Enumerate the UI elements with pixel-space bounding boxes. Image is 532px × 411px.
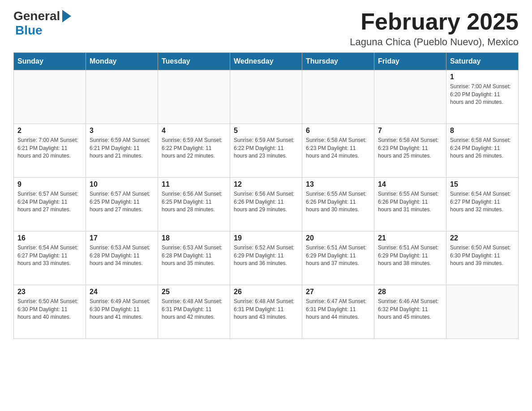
day-number: 15	[450, 180, 515, 188]
header-sunday: Sunday	[14, 53, 86, 70]
day-info: Sunrise: 6:59 AM Sunset: 6:21 PM Dayligh…	[90, 137, 154, 160]
day-number: 18	[162, 234, 226, 242]
day-info: Sunrise: 6:55 AM Sunset: 6:26 PM Dayligh…	[378, 190, 442, 214]
week-row-4: 16Sunrise: 6:54 AM Sunset: 6:27 PM Dayli…	[14, 231, 519, 285]
day-number: 26	[234, 288, 298, 296]
day-number: 10	[90, 180, 154, 188]
day-info: Sunrise: 6:46 AM Sunset: 6:32 PM Dayligh…	[378, 298, 442, 321]
calendar-cell: 17Sunrise: 6:53 AM Sunset: 6:28 PM Dayli…	[86, 231, 158, 285]
day-number: 3	[90, 127, 154, 135]
calendar-cell	[230, 70, 302, 124]
day-info: Sunrise: 6:50 AM Sunset: 6:30 PM Dayligh…	[17, 298, 82, 321]
calendar-cell: 28Sunrise: 6:46 AM Sunset: 6:32 PM Dayli…	[374, 285, 446, 339]
day-number: 24	[90, 288, 154, 296]
day-info: Sunrise: 6:50 AM Sunset: 6:30 PM Dayligh…	[450, 244, 515, 267]
svg-marker-0	[62, 10, 71, 22]
day-number: 21	[378, 234, 442, 242]
day-number: 6	[306, 127, 370, 135]
day-info: Sunrise: 6:56 AM Sunset: 6:26 PM Dayligh…	[234, 190, 298, 214]
month-title: February 2025	[350, 9, 519, 34]
day-info: Sunrise: 6:48 AM Sunset: 6:31 PM Dayligh…	[162, 298, 226, 321]
calendar-cell: 19Sunrise: 6:52 AM Sunset: 6:29 PM Dayli…	[230, 231, 302, 285]
week-row-1: 1Sunrise: 7:00 AM Sunset: 6:20 PM Daylig…	[14, 70, 519, 124]
day-number: 28	[378, 288, 442, 296]
header-friday: Friday	[374, 53, 446, 70]
calendar-cell: 7Sunrise: 6:58 AM Sunset: 6:23 PM Daylig…	[374, 124, 446, 178]
day-number: 20	[306, 234, 370, 242]
day-info: Sunrise: 6:49 AM Sunset: 6:30 PM Dayligh…	[90, 298, 154, 321]
day-info: Sunrise: 6:53 AM Sunset: 6:28 PM Dayligh…	[90, 244, 154, 267]
logo-arrow-icon	[61, 10, 71, 22]
day-number: 22	[450, 234, 515, 242]
day-info: Sunrise: 6:55 AM Sunset: 6:26 PM Dayligh…	[306, 190, 370, 214]
calendar-cell: 2Sunrise: 7:00 AM Sunset: 6:21 PM Daylig…	[14, 124, 86, 178]
calendar-cell	[374, 70, 446, 124]
calendar-cell: 12Sunrise: 6:56 AM Sunset: 6:26 PM Dayli…	[230, 178, 302, 231]
day-info: Sunrise: 6:58 AM Sunset: 6:23 PM Dayligh…	[306, 137, 370, 160]
week-row-5: 23Sunrise: 6:50 AM Sunset: 6:30 PM Dayli…	[14, 285, 519, 339]
calendar-cell: 8Sunrise: 6:58 AM Sunset: 6:24 PM Daylig…	[446, 124, 519, 178]
day-info: Sunrise: 6:51 AM Sunset: 6:29 PM Dayligh…	[306, 244, 370, 267]
header-thursday: Thursday	[302, 53, 374, 70]
calendar-cell: 6Sunrise: 6:58 AM Sunset: 6:23 PM Daylig…	[302, 124, 374, 178]
day-number: 27	[306, 288, 370, 296]
calendar-cell: 14Sunrise: 6:55 AM Sunset: 6:26 PM Dayli…	[374, 178, 446, 231]
calendar-cell: 24Sunrise: 6:49 AM Sunset: 6:30 PM Dayli…	[86, 285, 158, 339]
header-monday: Monday	[86, 53, 158, 70]
calendar-cell: 22Sunrise: 6:50 AM Sunset: 6:30 PM Dayli…	[446, 231, 519, 285]
day-info: Sunrise: 6:57 AM Sunset: 6:25 PM Dayligh…	[90, 190, 154, 214]
logo-blue-text: Blue	[15, 23, 43, 37]
calendar-cell: 16Sunrise: 6:54 AM Sunset: 6:27 PM Dayli…	[14, 231, 86, 285]
day-info: Sunrise: 7:00 AM Sunset: 6:20 PM Dayligh…	[450, 83, 515, 106]
logo: General Blue	[13, 9, 71, 38]
day-number: 8	[450, 127, 515, 135]
calendar-cell	[158, 70, 230, 124]
calendar-cell: 20Sunrise: 6:51 AM Sunset: 6:29 PM Dayli…	[302, 231, 374, 285]
header-wednesday: Wednesday	[230, 53, 302, 70]
day-info: Sunrise: 6:52 AM Sunset: 6:29 PM Dayligh…	[234, 244, 298, 267]
calendar-cell: 1Sunrise: 7:00 AM Sunset: 6:20 PM Daylig…	[446, 70, 519, 124]
calendar-cell: 4Sunrise: 6:59 AM Sunset: 6:22 PM Daylig…	[158, 124, 230, 178]
day-number: 11	[162, 180, 226, 188]
day-info: Sunrise: 6:51 AM Sunset: 6:29 PM Dayligh…	[378, 244, 442, 267]
day-number: 7	[378, 127, 442, 135]
calendar-cell: 3Sunrise: 6:59 AM Sunset: 6:21 PM Daylig…	[86, 124, 158, 178]
logo-general-text: General	[13, 9, 60, 23]
calendar-cell: 13Sunrise: 6:55 AM Sunset: 6:26 PM Dayli…	[302, 178, 374, 231]
week-row-3: 9Sunrise: 6:57 AM Sunset: 6:24 PM Daylig…	[14, 178, 519, 231]
calendar-cell: 21Sunrise: 6:51 AM Sunset: 6:29 PM Dayli…	[374, 231, 446, 285]
calendar-cell	[302, 70, 374, 124]
calendar-cell: 11Sunrise: 6:56 AM Sunset: 6:25 PM Dayli…	[158, 178, 230, 231]
day-number: 23	[17, 288, 82, 296]
day-info: Sunrise: 6:53 AM Sunset: 6:28 PM Dayligh…	[162, 244, 226, 267]
day-number: 4	[162, 127, 226, 135]
day-info: Sunrise: 6:48 AM Sunset: 6:31 PM Dayligh…	[234, 298, 298, 321]
location-title: Laguna Chica (Pueblo Nuevo), Mexico	[350, 36, 519, 48]
day-info: Sunrise: 6:59 AM Sunset: 6:22 PM Dayligh…	[162, 137, 226, 160]
day-number: 13	[306, 180, 370, 188]
page-header: General Blue February 2025 Laguna Chica …	[13, 9, 519, 48]
day-info: Sunrise: 6:58 AM Sunset: 6:23 PM Dayligh…	[378, 137, 442, 160]
day-number: 16	[17, 234, 82, 242]
day-number: 1	[450, 73, 515, 81]
calendar-cell: 25Sunrise: 6:48 AM Sunset: 6:31 PM Dayli…	[158, 285, 230, 339]
day-number: 9	[17, 180, 82, 188]
week-row-2: 2Sunrise: 7:00 AM Sunset: 6:21 PM Daylig…	[14, 124, 519, 178]
day-number: 19	[234, 234, 298, 242]
day-info: Sunrise: 6:47 AM Sunset: 6:31 PM Dayligh…	[306, 298, 370, 321]
day-info: Sunrise: 6:54 AM Sunset: 6:27 PM Dayligh…	[17, 244, 82, 267]
day-number: 12	[234, 180, 298, 188]
day-info: Sunrise: 7:00 AM Sunset: 6:21 PM Dayligh…	[17, 137, 82, 160]
calendar-cell: 26Sunrise: 6:48 AM Sunset: 6:31 PM Dayli…	[230, 285, 302, 339]
calendar-cell	[446, 285, 519, 339]
calendar-cell: 15Sunrise: 6:54 AM Sunset: 6:27 PM Dayli…	[446, 178, 519, 231]
title-section: February 2025 Laguna Chica (Pueblo Nuevo…	[350, 9, 519, 48]
calendar-table: Sunday Monday Tuesday Wednesday Thursday…	[13, 52, 519, 339]
day-info: Sunrise: 6:58 AM Sunset: 6:24 PM Dayligh…	[450, 137, 515, 160]
calendar-cell	[14, 70, 86, 124]
calendar-cell: 9Sunrise: 6:57 AM Sunset: 6:24 PM Daylig…	[14, 178, 86, 231]
day-info: Sunrise: 6:57 AM Sunset: 6:24 PM Dayligh…	[17, 190, 82, 214]
calendar-cell: 10Sunrise: 6:57 AM Sunset: 6:25 PM Dayli…	[86, 178, 158, 231]
calendar-cell	[86, 70, 158, 124]
calendar-cell: 23Sunrise: 6:50 AM Sunset: 6:30 PM Dayli…	[14, 285, 86, 339]
